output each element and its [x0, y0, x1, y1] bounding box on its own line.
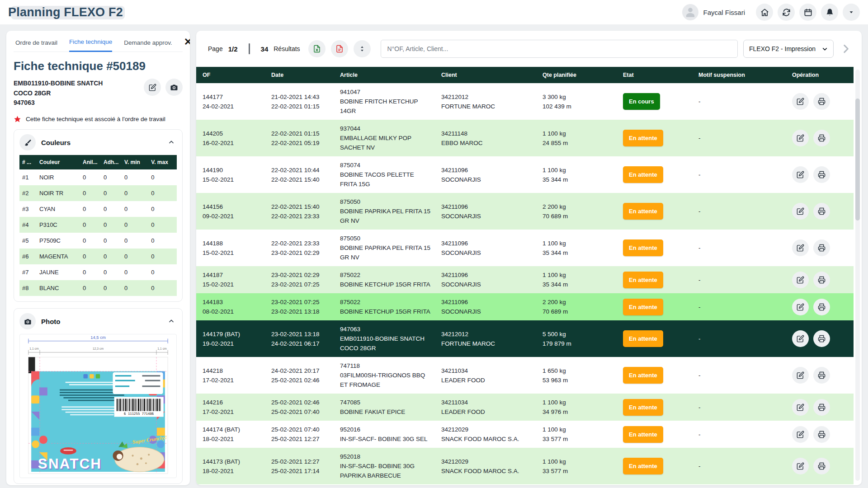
cell-motif: -	[692, 271, 786, 289]
edit-row-button[interactable]	[792, 458, 809, 474]
status-badge: En attente	[623, 239, 663, 256]
couleur-row: #1 NOIR 0 0 0 0	[19, 169, 177, 185]
cell-article: 937044EMBALLAGE MILKY POP SACHET NV	[334, 120, 435, 156]
print-row-button[interactable]	[813, 272, 830, 288]
person-icon	[684, 6, 696, 18]
edit-row-button[interactable]	[792, 239, 809, 256]
table-row[interactable]: 14421617-02-2021 25-02-2021 02:4625-02-2…	[196, 394, 854, 421]
col-motif: Motif suspension	[692, 67, 786, 83]
print-row-button[interactable]	[813, 399, 830, 416]
photo-collapse-button[interactable]	[166, 316, 177, 327]
col-etat: Etat	[617, 67, 692, 83]
chevron-up-icon	[168, 139, 175, 146]
edit-row-button[interactable]	[792, 93, 809, 110]
print-row-button[interactable]	[813, 203, 830, 220]
chevron-down-icon	[822, 46, 828, 52]
home-button[interactable]	[756, 4, 773, 21]
print-row-button[interactable]	[813, 426, 830, 443]
col-adhesion: Adh...	[101, 155, 122, 169]
cell-motif: -	[692, 129, 786, 147]
status-badge: En attente	[623, 299, 663, 315]
machine-select-value: FLEXO F2 - Impression	[749, 45, 816, 52]
col-vmax: V. max	[148, 155, 177, 169]
cell-client: 34211148EBBO MAROC	[435, 125, 536, 152]
table-row[interactable]: 14418308-02-2021 23-02-2021 07:2523-02-2…	[196, 293, 854, 320]
cell-client: 34212029SNACK FOOD MAROC S.A.	[435, 453, 536, 480]
print-row-button[interactable]	[813, 239, 830, 256]
couleur-vmax: 0	[148, 264, 177, 280]
edit-row-button[interactable]	[792, 399, 809, 416]
cell-operations	[786, 363, 854, 388]
table-row[interactable]: 14418815-02-2021 22-02-2021 23:3323-02-2…	[196, 230, 854, 266]
edit-row-button[interactable]	[792, 203, 809, 220]
scrollbar-thumb[interactable]	[855, 99, 860, 221]
refresh-button[interactable]	[778, 4, 795, 21]
calendar-button[interactable]	[799, 4, 816, 21]
next-page-button[interactable]	[840, 43, 852, 55]
couleur-anilox: 0	[80, 169, 101, 185]
edit-fiche-button[interactable]	[144, 79, 161, 96]
machine-select[interactable]: FLEXO F2 - Impression	[743, 40, 834, 58]
print-row-button[interactable]	[813, 330, 830, 347]
edit-icon	[797, 462, 804, 470]
print-row-button[interactable]	[813, 166, 830, 183]
table-row[interactable]: 144173 (BAT)18-02-2021 25-02-2021 12:272…	[196, 448, 854, 484]
cell-motif: -	[692, 298, 786, 316]
couleur-vmin: 0	[122, 233, 148, 249]
photo-fiche-button[interactable]	[165, 79, 183, 96]
table-row[interactable]: 14420516-02-2021 22-02-2021 01:1522-02-2…	[196, 120, 854, 156]
table-row[interactable]: 144174 (BAT)18-02-2021 25-02-2021 07:402…	[196, 421, 854, 448]
edit-icon	[797, 404, 804, 411]
sort-button[interactable]	[354, 40, 371, 57]
edit-row-button[interactable]	[792, 272, 809, 288]
print-row-button[interactable]	[813, 93, 830, 110]
table-row[interactable]: 144179 (BAT)19-02-2021 23-02-2021 13:182…	[196, 320, 854, 357]
export-excel-button[interactable]	[308, 40, 326, 57]
tab-fiche-technique[interactable]: Fiche technique	[69, 38, 112, 52]
pdf-icon	[335, 45, 344, 53]
notifications-button[interactable]	[821, 4, 838, 21]
couleur-vmin: 0	[122, 217, 148, 233]
barcode-digits: 6 111255 771486	[124, 412, 154, 416]
couleur-row: #5 P7509C 0 0 0 0	[19, 233, 177, 249]
tab-demande-approv[interactable]: Demande approv.	[124, 39, 172, 52]
export-pdf-button[interactable]	[331, 40, 348, 57]
couleur-row: #2 NOIR TR 0 0 0 0	[19, 185, 177, 201]
header-actions: Faycal Fissari	[682, 4, 860, 21]
print-row-button[interactable]	[813, 130, 830, 146]
print-row-button[interactable]	[813, 299, 830, 315]
cell-qte: 2 200 kg70 689 m	[536, 198, 617, 225]
cell-client: 34211034LEADER FOOD	[435, 394, 536, 421]
table-row[interactable]: 14421817-02-2021 24-02-2021 20:1725-02-2…	[196, 357, 854, 394]
cell-operations	[786, 89, 854, 114]
cell-article: 875022BOBINE KETCHUP 15GR FRITA	[334, 266, 435, 293]
print-row-button[interactable]	[813, 367, 830, 384]
edit-row-button[interactable]	[792, 130, 809, 146]
edit-row-button[interactable]	[792, 166, 809, 183]
edit-row-button[interactable]	[792, 299, 809, 315]
print-row-button[interactable]	[813, 458, 830, 474]
cell-of: 144173 (BAT)18-02-2021	[196, 453, 265, 480]
table-row[interactable]: 14418715-02-2021 23-02-2021 02:2923-02-2…	[196, 266, 854, 293]
edit-row-button[interactable]	[792, 330, 809, 347]
cell-article: 941047BOBINE FRITCH KETCHUP 14GR	[334, 83, 435, 120]
cell-client: 34212012FORTUNE MAROC	[435, 88, 536, 115]
camera-icon	[170, 83, 178, 91]
close-panel-button[interactable]: ✕	[184, 37, 190, 52]
table-row[interactable]: 14417724-02-2021 21-02-2021 14:4322-02-2…	[196, 83, 854, 120]
search-input[interactable]	[381, 40, 738, 58]
edit-row-button[interactable]	[792, 367, 809, 384]
print-icon	[818, 98, 826, 105]
col-qte: Qte planifiée	[536, 67, 617, 83]
tab-ordre-de-travail[interactable]: Ordre de travail	[15, 39, 57, 52]
cell-of: 14420516-02-2021	[196, 125, 265, 152]
cell-etat: En attente	[617, 126, 692, 150]
table-row[interactable]: 14415609-02-2021 22-02-2021 15:4022-02-2…	[196, 193, 854, 230]
table-scrollbar[interactable]	[855, 70, 860, 481]
cell-etat: En attente	[617, 454, 692, 479]
cell-date: 23-02-2021 07:2523-02-2021 13:18	[265, 293, 334, 320]
table-row[interactable]: 14419015-02-2021 22-02-2021 10:4422-02-2…	[196, 156, 854, 193]
edit-row-button[interactable]	[792, 426, 809, 443]
user-menu-button[interactable]	[843, 4, 860, 21]
couleurs-collapse-button[interactable]	[166, 137, 177, 148]
